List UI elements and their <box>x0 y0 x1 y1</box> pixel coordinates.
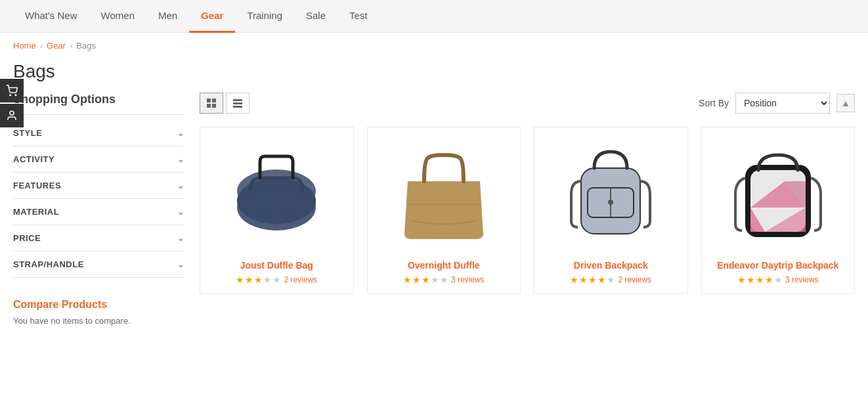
filter-item-material: MATERIAL ⌄ <box>13 199 184 225</box>
svg-rect-8 <box>233 102 242 104</box>
grid-view-button[interactable] <box>200 93 223 114</box>
star-icon: ★ <box>570 275 578 285</box>
filter-header[interactable]: STRAP/HANDLE ⌄ <box>13 252 184 277</box>
user-float-icon[interactable] <box>0 104 24 127</box>
svg-point-19 <box>608 200 613 205</box>
star-icon: ★ <box>756 275 764 285</box>
products-grid: Joust Duffle Bag ★★★★★ 2 reviews Overnig… <box>200 127 855 294</box>
chevron-down-icon: ⌄ <box>177 234 184 243</box>
star-icon: ★ <box>422 275 430 285</box>
nav-item-women[interactable]: Women <box>89 0 146 33</box>
product-card[interactable]: Joust Duffle Bag ★★★★★ 2 reviews <box>200 127 354 294</box>
star-icon: ★ <box>579 275 588 285</box>
filter-header[interactable]: STYLE ⌄ <box>13 120 184 146</box>
product-card[interactable]: Endeavor Daytrip Backpack ★★★★★ 3 review… <box>701 127 856 294</box>
breadcrumb-home[interactable]: Home <box>13 41 36 51</box>
svg-rect-3 <box>207 99 211 102</box>
product-name[interactable]: Driven Backpack <box>542 260 680 271</box>
star-icon: ★ <box>765 275 773 285</box>
star-icon: ★ <box>747 275 755 285</box>
filter-label: STYLE <box>13 128 42 138</box>
stars-row: ★★★★★ 2 reviews <box>208 275 345 285</box>
cart-float-icon[interactable] <box>0 79 24 102</box>
toolbar: Sort By PositionProduct NamePrice ▲ <box>200 93 855 114</box>
svg-rect-7 <box>233 99 242 101</box>
reviews-link[interactable]: 3 reviews <box>785 275 819 284</box>
product-image <box>710 135 847 254</box>
filter-item-activity: ACTIVITY ⌄ <box>13 146 184 173</box>
star-icon: ★ <box>254 275 263 285</box>
filter-label: FEATURES <box>13 181 61 190</box>
breadcrumb-gear[interactable]: Gear <box>47 41 66 51</box>
chevron-down-icon: ⌄ <box>177 181 184 190</box>
chevron-down-icon: ⌄ <box>177 208 184 217</box>
sort-direction-button[interactable]: ▲ <box>836 94 855 112</box>
filters-list: STYLE ⌄ ACTIVITY ⌄ FEATURES ⌄ MATERIAL ⌄… <box>13 120 184 278</box>
product-name[interactable]: Overnight Duffle <box>376 260 513 271</box>
breadcrumb: Home › Gear › Bags <box>0 33 868 58</box>
nav-item-training[interactable]: Training <box>235 0 294 33</box>
filter-item-straphandle: STRAP/HANDLE ⌄ <box>13 252 184 278</box>
filter-label: STRAP/HANDLE <box>13 259 84 269</box>
svg-rect-5 <box>207 104 211 108</box>
reviews-link[interactable]: 2 reviews <box>284 275 317 284</box>
product-name[interactable]: Endeavor Daytrip Backpack <box>710 260 847 271</box>
nav-item-test[interactable]: Test <box>337 0 380 33</box>
sort-area: Sort By PositionProduct NamePrice ▲ <box>699 93 855 114</box>
reviews-link[interactable]: 3 reviews <box>451 275 485 284</box>
list-view-button[interactable] <box>226 93 250 114</box>
nav-item-whatsnew[interactable]: What's New <box>13 0 89 33</box>
stars: ★★★★★ <box>236 275 281 285</box>
svg-rect-4 <box>212 99 216 102</box>
star-icon: ★ <box>440 275 448 285</box>
reviews-link[interactable]: 2 reviews <box>618 275 651 284</box>
breadcrumb-current: Bags <box>76 41 96 51</box>
stars: ★★★★★ <box>737 275 783 285</box>
filter-label: PRICE <box>13 233 41 243</box>
filter-label: MATERIAL <box>13 207 59 217</box>
filter-item-style: STYLE ⌄ <box>13 120 184 146</box>
left-float-icons <box>0 79 24 129</box>
filter-header[interactable]: MATERIAL ⌄ <box>13 199 184 225</box>
product-image <box>542 135 680 254</box>
star-icon: ★ <box>431 275 439 285</box>
stars-row: ★★★★★ 2 reviews <box>542 275 680 285</box>
product-area: Sort By PositionProduct NamePrice ▲ Jous… <box>200 93 855 326</box>
main-layout: Shopping Options STYLE ⌄ ACTIVITY ⌄ FEAT… <box>0 93 868 326</box>
filter-header[interactable]: PRICE ⌄ <box>13 225 184 251</box>
sort-select[interactable]: PositionProduct NamePrice <box>735 93 830 114</box>
filter-label: ACTIVITY <box>13 154 54 164</box>
compare-text: You have no items to compare. <box>13 316 184 326</box>
product-name[interactable]: Joust Duffle Bag <box>208 260 345 271</box>
chevron-down-icon: ⌄ <box>177 129 184 138</box>
view-buttons <box>200 93 250 114</box>
star-icon: ★ <box>412 275 421 285</box>
chevron-down-icon: ⌄ <box>177 155 184 164</box>
star-icon: ★ <box>245 275 253 285</box>
nav-item-gear[interactable]: Gear <box>189 0 235 33</box>
product-image <box>376 135 513 254</box>
star-icon: ★ <box>737 275 746 285</box>
filter-item-features: FEATURES ⌄ <box>13 173 184 199</box>
stars-row: ★★★★★ 3 reviews <box>376 275 513 285</box>
star-icon: ★ <box>272 275 281 285</box>
star-icon: ★ <box>597 275 606 285</box>
star-icon: ★ <box>607 275 615 285</box>
page-title: Bags <box>0 58 868 93</box>
product-image <box>208 135 345 254</box>
filter-item-price: PRICE ⌄ <box>13 225 184 252</box>
nav-item-men[interactable]: Men <box>146 0 189 33</box>
star-icon: ★ <box>403 275 412 285</box>
compare-section: Compare Products You have no items to co… <box>13 299 184 326</box>
sort-label: Sort By <box>699 98 729 108</box>
filter-header[interactable]: FEATURES ⌄ <box>13 173 184 198</box>
svg-point-2 <box>10 111 14 115</box>
chevron-down-icon: ⌄ <box>177 260 184 269</box>
filter-header[interactable]: ACTIVITY ⌄ <box>13 146 184 172</box>
product-card[interactable]: Overnight Duffle ★★★★★ 3 reviews <box>367 127 521 294</box>
nav-item-sale[interactable]: Sale <box>294 0 337 33</box>
star-icon: ★ <box>236 275 244 285</box>
star-icon: ★ <box>588 275 597 285</box>
product-card[interactable]: Driven Backpack ★★★★★ 2 reviews <box>534 127 688 294</box>
svg-rect-9 <box>233 106 242 108</box>
